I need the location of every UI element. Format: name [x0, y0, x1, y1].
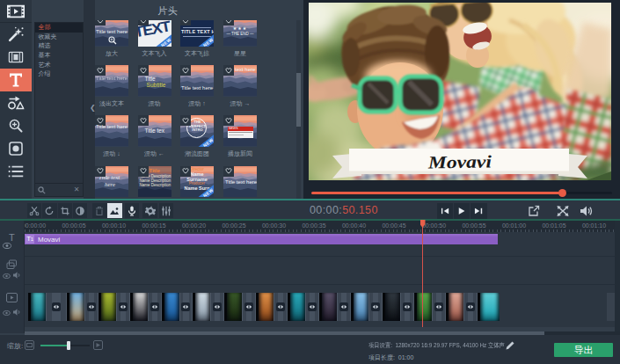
svg-text:Movavi: Movavi	[427, 151, 492, 171]
